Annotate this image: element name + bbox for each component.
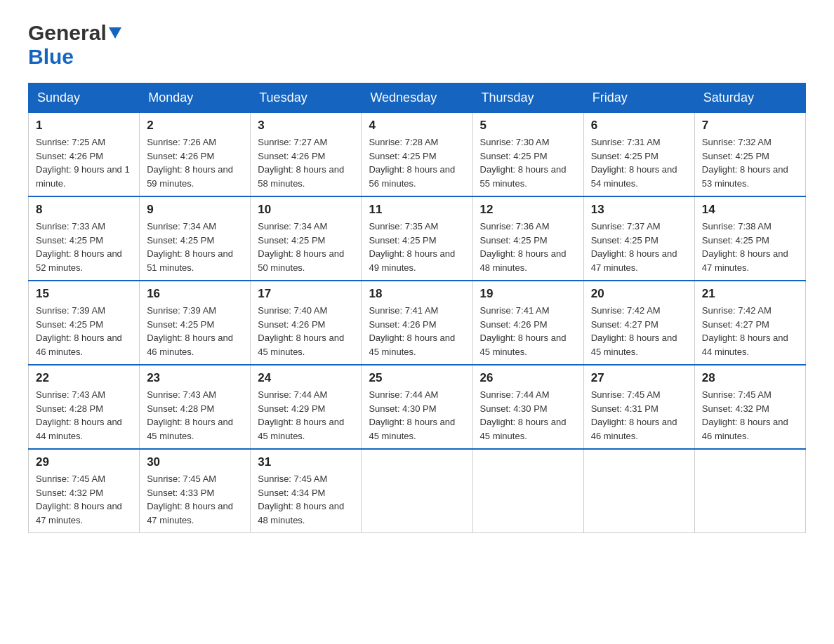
day-info: Sunrise: 7:44 AMSunset: 4:30 PMDaylight:…: [480, 388, 576, 443]
calendar-cell: 28Sunrise: 7:45 AMSunset: 4:32 PMDayligh…: [694, 365, 805, 449]
calendar-cell: 9Sunrise: 7:34 AMSunset: 4:25 PMDaylight…: [140, 196, 251, 281]
calendar-cell: 7Sunrise: 7:32 AMSunset: 4:25 PMDaylight…: [694, 113, 805, 197]
day-info: Sunrise: 7:42 AMSunset: 4:27 PMDaylight:…: [591, 304, 687, 358]
day-number: 2: [147, 119, 243, 133]
day-info: Sunrise: 7:42 AMSunset: 4:27 PMDaylight:…: [702, 304, 798, 358]
day-number: 21: [702, 287, 798, 301]
day-number: 10: [258, 203, 354, 217]
day-info: Sunrise: 7:34 AMSunset: 4:25 PMDaylight:…: [147, 220, 243, 274]
calendar-cell: 18Sunrise: 7:41 AMSunset: 4:26 PMDayligh…: [362, 281, 472, 365]
calendar-cell: 24Sunrise: 7:44 AMSunset: 4:29 PMDayligh…: [251, 365, 362, 449]
day-number: 6: [591, 119, 687, 133]
calendar-cell: 22Sunrise: 7:43 AMSunset: 4:28 PMDayligh…: [29, 365, 140, 449]
day-info: Sunrise: 7:32 AMSunset: 4:25 PMDaylight:…: [702, 135, 798, 190]
calendar-cell: 12Sunrise: 7:36 AMSunset: 4:25 PMDayligh…: [472, 196, 583, 281]
weekday-header-tuesday: Tuesday: [251, 83, 362, 113]
calendar-cell: 27Sunrise: 7:45 AMSunset: 4:31 PMDayligh…: [583, 365, 694, 449]
calendar-cell: 19Sunrise: 7:41 AMSunset: 4:26 PMDayligh…: [472, 281, 583, 365]
calendar-cell: [583, 449, 694, 533]
calendar-cell: 5Sunrise: 7:30 AMSunset: 4:25 PMDaylight…: [472, 113, 583, 197]
day-number: 27: [591, 371, 687, 385]
day-info: Sunrise: 7:41 AMSunset: 4:26 PMDaylight:…: [369, 304, 465, 358]
day-info: Sunrise: 7:34 AMSunset: 4:25 PMDaylight:…: [258, 220, 354, 274]
day-number: 7: [702, 119, 798, 133]
weekday-header-wednesday: Wednesday: [362, 83, 472, 113]
weekday-header-thursday: Thursday: [472, 83, 583, 113]
calendar-cell: 20Sunrise: 7:42 AMSunset: 4:27 PMDayligh…: [583, 281, 694, 365]
day-info: Sunrise: 7:39 AMSunset: 4:25 PMDaylight:…: [147, 304, 243, 358]
calendar-cell: 30Sunrise: 7:45 AMSunset: 4:33 PMDayligh…: [140, 449, 251, 533]
calendar-cell: 2Sunrise: 7:26 AMSunset: 4:26 PMDaylight…: [140, 113, 251, 197]
day-info: Sunrise: 7:45 AMSunset: 4:31 PMDaylight:…: [591, 388, 687, 443]
day-info: Sunrise: 7:45 AMSunset: 4:32 PMDaylight:…: [36, 472, 132, 527]
day-info: Sunrise: 7:44 AMSunset: 4:29 PMDaylight:…: [258, 388, 354, 443]
day-number: 29: [36, 455, 132, 469]
calendar-cell: 26Sunrise: 7:44 AMSunset: 4:30 PMDayligh…: [472, 365, 583, 449]
calendar-cell: 25Sunrise: 7:44 AMSunset: 4:30 PMDayligh…: [362, 365, 472, 449]
calendar-cell: 29Sunrise: 7:45 AMSunset: 4:32 PMDayligh…: [29, 449, 140, 533]
day-number: 13: [591, 203, 687, 217]
calendar-cell: 1Sunrise: 7:25 AMSunset: 4:26 PMDaylight…: [29, 113, 140, 197]
day-info: Sunrise: 7:43 AMSunset: 4:28 PMDaylight:…: [36, 388, 132, 443]
weekday-header-sunday: Sunday: [29, 83, 140, 113]
day-number: 1: [36, 119, 132, 133]
weekday-header-monday: Monday: [140, 83, 251, 113]
logo: General Blue: [28, 21, 121, 69]
calendar-cell: [694, 449, 805, 533]
calendar-cell: 13Sunrise: 7:37 AMSunset: 4:25 PMDayligh…: [583, 196, 694, 281]
day-number: 22: [36, 371, 132, 385]
day-info: Sunrise: 7:36 AMSunset: 4:25 PMDaylight:…: [480, 220, 576, 274]
calendar-cell: [362, 449, 472, 533]
day-number: 14: [702, 203, 798, 217]
day-number: 17: [258, 287, 354, 301]
day-number: 11: [369, 203, 465, 217]
day-info: Sunrise: 7:31 AMSunset: 4:25 PMDaylight:…: [591, 135, 687, 190]
day-number: 30: [147, 455, 243, 469]
calendar-week-row: 15Sunrise: 7:39 AMSunset: 4:25 PMDayligh…: [29, 281, 806, 365]
calendar-cell: 14Sunrise: 7:38 AMSunset: 4:25 PMDayligh…: [694, 196, 805, 281]
day-info: Sunrise: 7:37 AMSunset: 4:25 PMDaylight:…: [591, 220, 687, 274]
day-number: 23: [147, 371, 243, 385]
calendar-cell: 15Sunrise: 7:39 AMSunset: 4:25 PMDayligh…: [29, 281, 140, 365]
calendar-cell: 31Sunrise: 7:45 AMSunset: 4:34 PMDayligh…: [251, 449, 362, 533]
day-info: Sunrise: 7:27 AMSunset: 4:26 PMDaylight:…: [258, 135, 354, 190]
calendar-cell: 11Sunrise: 7:35 AMSunset: 4:25 PMDayligh…: [362, 196, 472, 281]
weekday-header-friday: Friday: [583, 83, 694, 113]
calendar-cell: [472, 449, 583, 533]
calendar-week-row: 22Sunrise: 7:43 AMSunset: 4:28 PMDayligh…: [29, 365, 806, 449]
day-number: 26: [480, 371, 576, 385]
day-number: 19: [480, 287, 576, 301]
calendar-cell: 8Sunrise: 7:33 AMSunset: 4:25 PMDaylight…: [29, 196, 140, 281]
calendar-table: SundayMondayTuesdayWednesdayThursdayFrid…: [28, 83, 806, 533]
day-number: 31: [258, 455, 354, 469]
day-info: Sunrise: 7:28 AMSunset: 4:25 PMDaylight:…: [369, 135, 465, 190]
page-header: General Blue: [28, 21, 806, 69]
day-number: 28: [702, 371, 798, 385]
weekday-header-row: SundayMondayTuesdayWednesdayThursdayFrid…: [29, 83, 806, 113]
svg-marker-0: [109, 27, 121, 39]
day-info: Sunrise: 7:33 AMSunset: 4:25 PMDaylight:…: [36, 220, 132, 274]
calendar-cell: 10Sunrise: 7:34 AMSunset: 4:25 PMDayligh…: [251, 196, 362, 281]
day-info: Sunrise: 7:38 AMSunset: 4:25 PMDaylight:…: [702, 220, 798, 274]
logo-triangle-icon: [109, 27, 121, 41]
day-number: 5: [480, 119, 576, 133]
calendar-week-row: 8Sunrise: 7:33 AMSunset: 4:25 PMDaylight…: [29, 196, 806, 281]
day-info: Sunrise: 7:44 AMSunset: 4:30 PMDaylight:…: [369, 388, 465, 443]
logo-blue-text: Blue: [28, 45, 74, 68]
day-info: Sunrise: 7:30 AMSunset: 4:25 PMDaylight:…: [480, 135, 576, 190]
day-number: 9: [147, 203, 243, 217]
day-number: 20: [591, 287, 687, 301]
day-info: Sunrise: 7:45 AMSunset: 4:32 PMDaylight:…: [702, 388, 798, 443]
day-info: Sunrise: 7:45 AMSunset: 4:34 PMDaylight:…: [258, 472, 354, 527]
day-info: Sunrise: 7:43 AMSunset: 4:28 PMDaylight:…: [147, 388, 243, 443]
calendar-week-row: 29Sunrise: 7:45 AMSunset: 4:32 PMDayligh…: [29, 449, 806, 533]
calendar-cell: 3Sunrise: 7:27 AMSunset: 4:26 PMDaylight…: [251, 113, 362, 197]
calendar-cell: 16Sunrise: 7:39 AMSunset: 4:25 PMDayligh…: [140, 281, 251, 365]
day-number: 15: [36, 287, 132, 301]
day-number: 16: [147, 287, 243, 301]
day-number: 25: [369, 371, 465, 385]
day-info: Sunrise: 7:41 AMSunset: 4:26 PMDaylight:…: [480, 304, 576, 358]
calendar-cell: 6Sunrise: 7:31 AMSunset: 4:25 PMDaylight…: [583, 113, 694, 197]
calendar-cell: 17Sunrise: 7:40 AMSunset: 4:26 PMDayligh…: [251, 281, 362, 365]
day-info: Sunrise: 7:26 AMSunset: 4:26 PMDaylight:…: [147, 135, 243, 190]
